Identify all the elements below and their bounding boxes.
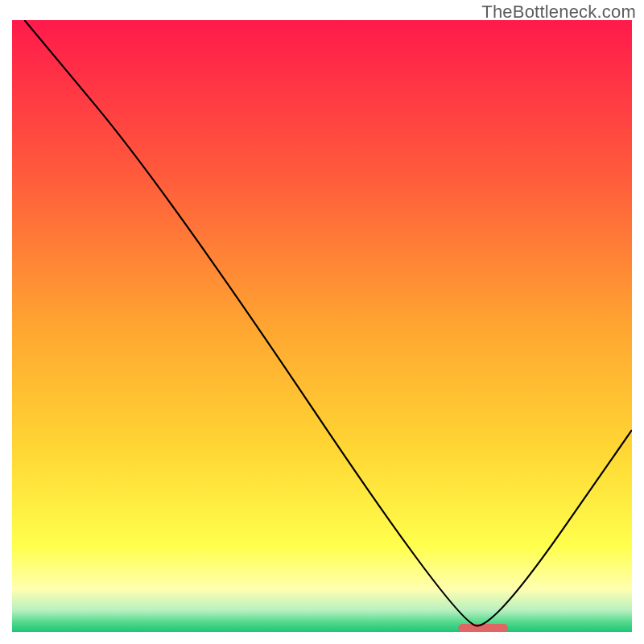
gradient-background [12,20,632,632]
chart-stage: TheBottleneck.com line bottleneck-curve [0,0,644,644]
plot-svg: line bottleneck-curve [12,20,632,632]
bottleneck-plot: line bottleneck-curve [12,20,632,632]
optimal-range-marker [458,624,508,632]
